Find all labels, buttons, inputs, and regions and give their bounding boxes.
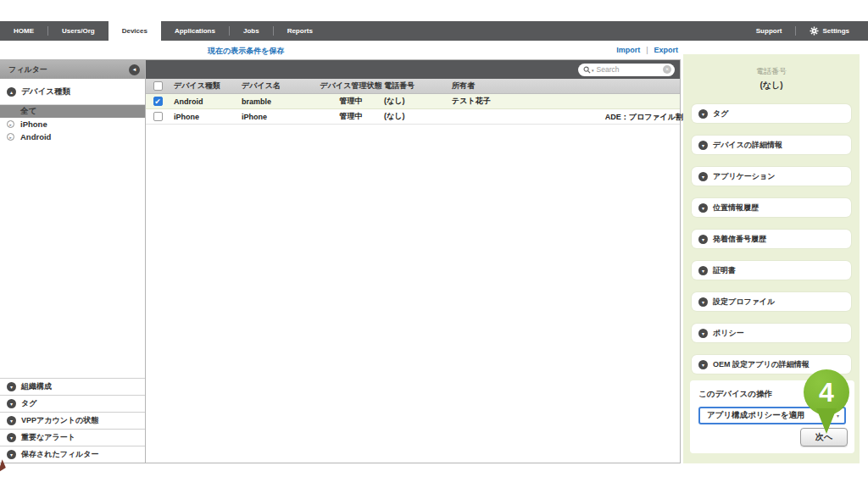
step-4-callout: 4 bbox=[804, 369, 849, 415]
row-checkbox[interactable] bbox=[153, 112, 163, 121]
nav-item-applications[interactable]: Applications bbox=[161, 21, 229, 41]
filter-option-android[interactable]: ▸ Android bbox=[0, 130, 145, 143]
sidebar-spacer bbox=[0, 143, 145, 378]
gear-icon bbox=[810, 26, 819, 36]
callout-tail bbox=[816, 408, 837, 434]
chevron-down-icon: ▾ bbox=[698, 141, 708, 150]
chevron-down-icon: ▾ bbox=[698, 172, 708, 181]
selected-action-label: アプリ構成ポリシーを適用 bbox=[707, 410, 805, 421]
nav-item-home[interactable]: HOME bbox=[0, 21, 47, 41]
chevron-down-icon: ▾ bbox=[7, 450, 16, 459]
filter-section-label: タグ bbox=[21, 398, 36, 409]
cell-phone: (なし) bbox=[384, 96, 452, 107]
search-icon bbox=[583, 62, 591, 77]
chevron-down-icon: ▾ bbox=[698, 266, 708, 275]
nav-right-group: Support Settings bbox=[743, 21, 868, 41]
column-header-phone[interactable]: 電話番号 bbox=[384, 80, 452, 92]
filter-section-label: VPPアカウントの状態 bbox=[21, 415, 98, 426]
import-link[interactable]: Import bbox=[616, 46, 640, 54]
filter-section-label: 保存されたフィルター bbox=[21, 449, 98, 460]
table-row-android-bramble[interactable]: ✔ Android bramble 管理中 (なし) テスト花子 bbox=[146, 94, 680, 109]
filter-sidebar-header: フィルター ◂ bbox=[0, 60, 145, 79]
chevron-down-icon: ▾ bbox=[698, 297, 708, 307]
accordion-call-history[interactable]: ▾ 発着信番号履歴 bbox=[692, 230, 851, 248]
save-view-conditions-link[interactable]: 現在の表示条件を保存 bbox=[208, 46, 284, 57]
accordion-label: 証明書 bbox=[713, 265, 736, 276]
filter-option-iphone[interactable]: ▸ iPhone bbox=[0, 118, 145, 130]
accordion-applications[interactable]: ▾ アプリケーション bbox=[692, 167, 851, 186]
sidebar-collapse-icon[interactable]: ◂ bbox=[129, 64, 140, 75]
column-header-owner[interactable]: 所有者 bbox=[452, 80, 680, 92]
filter-section-organization[interactable]: ▾ 組織構成 bbox=[0, 378, 145, 395]
filter-section-tags[interactable]: ▾ タグ bbox=[0, 395, 145, 412]
chevron-down-icon: ▾ bbox=[698, 329, 708, 338]
column-header-management-status[interactable]: デバイス管理状態 bbox=[318, 80, 384, 92]
accordion-label: 発着信番号履歴 bbox=[713, 234, 766, 245]
column-header-device-name[interactable]: デバイス名 bbox=[242, 80, 318, 92]
accordion-label: デバイスの詳細情報 bbox=[713, 140, 782, 151]
import-export-links: Import | Export bbox=[616, 46, 678, 54]
filter-section-label: デバイス種類 bbox=[21, 86, 70, 97]
export-link[interactable]: Export bbox=[654, 46, 678, 54]
chevron-down-icon: ▾ bbox=[698, 203, 708, 213]
cell-device-type: iPhone bbox=[170, 113, 242, 121]
filter-option-label: Android bbox=[20, 132, 51, 141]
chevron-right-icon: ▸ bbox=[7, 133, 14, 141]
accordion-tags[interactable]: ▾ タグ bbox=[692, 104, 851, 123]
filter-title: フィルター bbox=[8, 64, 47, 75]
table-header-row: デバイス種類 デバイス名 デバイス管理状態 電話番号 所有者 bbox=[146, 79, 680, 94]
table-row-iphone[interactable]: iPhone iPhone 管理中 (なし) ADE：プロファイル割 bbox=[146, 109, 680, 125]
accordion-label: OEM 設定アプリの詳細情報 bbox=[713, 359, 810, 370]
accordion-label: 設定プロファイル bbox=[713, 297, 775, 308]
filter-section-label: 組織構成 bbox=[21, 381, 52, 392]
filter-section-saved-filters[interactable]: ▾ 保存されたフィルター bbox=[0, 446, 145, 463]
filter-section-vpp-account[interactable]: ▾ VPPアカウントの状態 bbox=[0, 412, 145, 429]
search-clear-icon[interactable]: × bbox=[663, 65, 671, 74]
nav-item-users-org[interactable]: Users/Org bbox=[48, 21, 108, 41]
chevron-down-icon: ▾ bbox=[698, 109, 708, 119]
filter-section-device-type[interactable]: ▴ デバイス種類 bbox=[0, 79, 145, 105]
cell-phone: (なし) bbox=[384, 111, 452, 122]
filter-option-all[interactable]: 全て bbox=[0, 105, 145, 118]
accordion-certificates[interactable]: ▾ 証明書 bbox=[692, 261, 851, 280]
search-placeholder: Search bbox=[597, 65, 663, 74]
chevron-down-icon: ▾ bbox=[7, 433, 16, 442]
accordion-config-profiles[interactable]: ▾ 設定プロファイル bbox=[692, 292, 851, 311]
search-options-caret[interactable]: ▾ bbox=[592, 68, 594, 73]
link-separator: | bbox=[646, 46, 648, 54]
chevron-down-icon: ▾ bbox=[7, 416, 16, 425]
filter-option-label: 全て bbox=[20, 106, 36, 117]
accordion-label: 位置情報履歴 bbox=[713, 202, 759, 214]
support-link[interactable]: Support bbox=[743, 21, 796, 41]
nav-item-jobs[interactable]: Jobs bbox=[230, 21, 273, 41]
filter-section-important-alerts[interactable]: ▾ 重要なアラート bbox=[0, 429, 145, 446]
nav-item-reports[interactable]: Reports bbox=[274, 21, 326, 41]
row-checkbox[interactable]: ✔ bbox=[153, 97, 163, 106]
settings-button[interactable]: Settings bbox=[796, 21, 863, 41]
cell-device-name: bramble bbox=[242, 97, 318, 106]
chevron-up-icon: ▴ bbox=[7, 87, 16, 97]
nav-item-devices[interactable]: Devices bbox=[108, 21, 161, 41]
phone-number-value: (なし) bbox=[683, 80, 860, 92]
chevron-down-icon: ▾ bbox=[7, 399, 16, 408]
cell-management-status: 管理中 bbox=[318, 96, 384, 107]
settings-label: Settings bbox=[822, 27, 849, 35]
column-header-device-type[interactable]: デバイス種類 bbox=[170, 80, 242, 92]
filter-option-label: iPhone bbox=[20, 119, 47, 129]
chevron-down-icon: ▾ bbox=[698, 360, 708, 369]
cell-device-type: Android bbox=[170, 97, 242, 106]
phone-number-label: 電話番号 bbox=[683, 66, 860, 77]
accordion-policy[interactable]: ▾ ポリシー bbox=[692, 324, 851, 342]
cell-owner: テスト花子 bbox=[452, 96, 680, 107]
search-input[interactable]: ▾ Search × bbox=[578, 64, 675, 76]
filter-section-label: 重要なアラート bbox=[21, 432, 75, 443]
chevron-down-icon: ▾ bbox=[7, 382, 16, 391]
table-toolbar: ▾ Search × bbox=[146, 60, 680, 79]
top-navigation: HOME Users/Org Devices Applications Jobs… bbox=[0, 21, 868, 41]
select-all-checkbox[interactable] bbox=[153, 81, 163, 91]
chevron-down-icon: ▾ bbox=[698, 235, 708, 244]
cursor-artifact bbox=[0, 459, 8, 474]
chevron-right-icon: ▸ bbox=[7, 120, 14, 128]
accordion-device-details[interactable]: ▾ デバイスの詳細情報 bbox=[692, 136, 851, 154]
accordion-location-history[interactable]: ▾ 位置情報履歴 bbox=[692, 198, 851, 217]
